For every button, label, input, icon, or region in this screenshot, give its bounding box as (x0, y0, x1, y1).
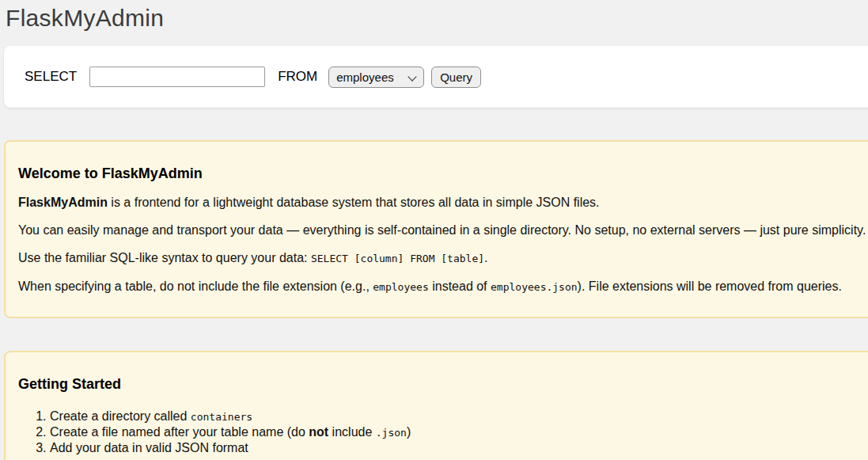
containers-code: containers (191, 411, 252, 423)
welcome-extension-paragraph: When specifying a table, do not include … (18, 279, 868, 295)
json-extension-code: .json (376, 427, 407, 439)
table-filename-code: employees.json (491, 281, 578, 293)
getting-started-heading: Getting Started (18, 376, 868, 393)
column-input[interactable] (89, 67, 265, 87)
from-keyword-label: FROM (278, 69, 317, 85)
query-form-card: SELECT FROM employees Query (4, 46, 868, 108)
not-bold: not (309, 425, 328, 439)
welcome-intro-paragraph: FlaskMyAdmin is a frontend for a lightwe… (18, 195, 868, 210)
getting-started-list: Create a directory called containers Cre… (18, 409, 868, 455)
welcome-syntax-paragraph: Use the familiar SQL-like syntax to quer… (18, 250, 868, 266)
table-select[interactable]: employees (328, 67, 424, 88)
welcome-heading: Welcome to FlaskMyAdmin (18, 165, 868, 182)
welcome-manage-paragraph: You can easily manage and transport your… (18, 222, 868, 238)
select-keyword-label: SELECT (25, 69, 77, 85)
query-form: SELECT FROM employees Query (25, 67, 481, 88)
sql-syntax-code: SELECT [column] FROM [table] (311, 253, 484, 264)
query-button[interactable]: Query (431, 67, 481, 88)
list-item-create-directory: Create a directory called containers (50, 409, 868, 424)
table-select-wrap: employees (328, 67, 424, 88)
page-title: FlaskMyAdmin (6, 5, 868, 32)
app-name-bold: FlaskMyAdmin (18, 196, 108, 209)
list-item-create-file: Create a file named after your table nam… (50, 424, 868, 440)
getting-started-box: Getting Started Create a directory calle… (4, 351, 868, 460)
welcome-box: Welcome to FlaskMyAdmin FlaskMyAdmin is … (4, 140, 868, 318)
page: FlaskMyAdmin SELECT FROM employees Query… (0, 0, 868, 460)
table-name-code: employees (373, 281, 428, 293)
list-item-add-data: Add your data in valid JSON format (50, 440, 868, 455)
